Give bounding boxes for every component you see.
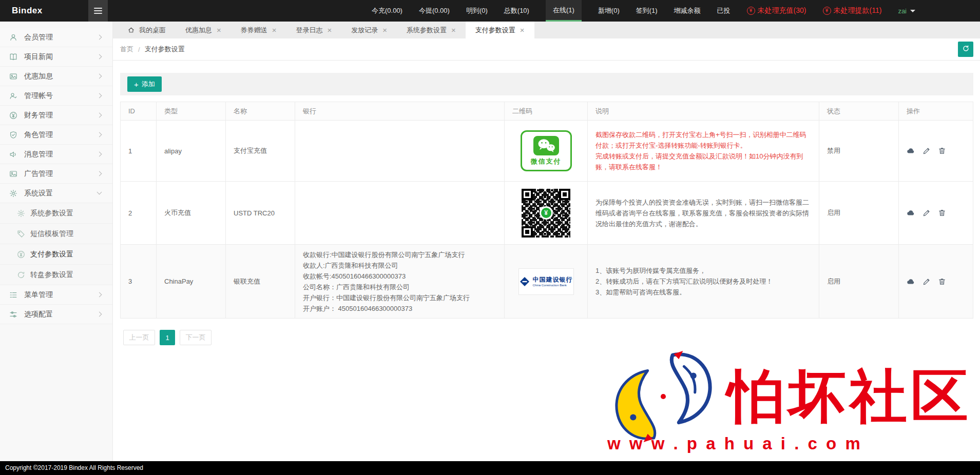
sidebar-item-finance[interactable]: 财务管理 xyxy=(0,106,112,125)
table-row: 2 火币充值 USTD TRC20 ¥ xyxy=(121,182,973,245)
image-icon xyxy=(9,170,17,178)
edit-icon[interactable] xyxy=(923,278,931,286)
tab-my-desktop[interactable]: 我的桌面 xyxy=(118,22,176,38)
list-icon xyxy=(9,291,17,299)
topnav-pending-recharge[interactable]: ¥ 未处理充值(30) xyxy=(747,0,806,22)
topnav-total[interactable]: 总数(10) xyxy=(504,0,529,22)
cell-actions xyxy=(899,245,973,319)
pending-withdraw-label: 未处理提款(11) xyxy=(834,6,882,15)
cell-type: 火币充值 xyxy=(157,182,226,245)
close-icon[interactable]: × xyxy=(520,26,525,34)
topnav-adjust-balance[interactable]: 增减余额 xyxy=(674,0,701,22)
topnav-today-withdraw[interactable]: 今提(0.00) xyxy=(419,0,450,22)
topnav-pending-withdraw[interactable]: ¥ 未处理提款(11) xyxy=(823,0,882,22)
sidebar-item-system-settings[interactable]: 系统设置 xyxy=(0,184,112,203)
edit-icon[interactable] xyxy=(923,147,931,155)
user-badge-icon xyxy=(9,92,17,100)
current-page-button[interactable]: 1 xyxy=(160,330,175,345)
yen-circle-icon: ¥ xyxy=(747,7,755,15)
wechat-pay-logo: 微信支付 xyxy=(521,130,572,171)
chevron-right-icon xyxy=(97,171,102,176)
sidebar-item-menu-mgmt[interactable]: 菜单管理 xyxy=(0,285,112,305)
add-button[interactable]: + 添加 xyxy=(127,76,162,92)
close-icon[interactable]: × xyxy=(328,26,332,34)
sidebar-item-messages[interactable]: 消息管理 xyxy=(0,145,112,164)
col-header-description: 说明 xyxy=(588,102,819,121)
sidebar-item-ads[interactable]: 广告管理 xyxy=(0,164,112,184)
sidebar-item-promotions[interactable]: 优惠加息 xyxy=(0,67,112,86)
cell-id: 1 xyxy=(121,121,157,182)
next-page-button[interactable]: 下一页 xyxy=(180,330,212,345)
hamburger-menu-button[interactable] xyxy=(88,0,108,22)
yen-circle-icon: ¥ xyxy=(540,206,553,220)
cell-type: ChinaPay xyxy=(157,245,226,319)
chevron-right-icon xyxy=(97,74,102,79)
cloud-icon[interactable] xyxy=(907,147,915,155)
close-icon[interactable]: × xyxy=(451,26,456,34)
edit-icon[interactable] xyxy=(923,209,931,217)
qr-code-image: ¥ xyxy=(522,189,570,237)
tab-promotions[interactable]: 优惠加息 × xyxy=(176,22,231,38)
pagination: 上一页 1 下一页 xyxy=(123,330,973,345)
tab-coupon-gift[interactable]: 券券赠送 × xyxy=(231,22,286,38)
yen-coin-icon xyxy=(17,250,25,259)
breadcrumb-current: 支付参数设置 xyxy=(145,45,185,54)
tab-login-log[interactable]: 登录日志 × xyxy=(286,22,342,38)
sidebar-item-members[interactable]: 会员管理 xyxy=(0,28,112,47)
chevron-down-icon xyxy=(97,190,102,195)
topnav-due-tomorrow[interactable]: 明到(0) xyxy=(466,0,488,22)
sliders-icon xyxy=(9,310,17,319)
sidebar-item-admin-accounts[interactable]: 管理帐号 xyxy=(0,86,112,106)
cell-actions xyxy=(899,182,973,245)
top-header-bar: Bindex 今充(0.00) 今提(0.00) 明到(0) 总数(10) 在线… xyxy=(0,0,980,22)
delete-icon[interactable] xyxy=(938,147,946,155)
username: zai xyxy=(898,7,907,15)
refresh-icon xyxy=(962,45,970,54)
pending-recharge-label: 未处理充值(30) xyxy=(758,6,806,15)
tab-issue-records[interactable]: 发放记录 × xyxy=(341,22,397,38)
topnav-today-recharge[interactable]: 今充(0.00) xyxy=(372,0,402,22)
delete-icon[interactable] xyxy=(938,209,946,217)
topnav-new[interactable]: 新增(0) xyxy=(598,0,620,22)
wechat-pay-label: 微信支付 xyxy=(531,157,562,166)
col-header-id: ID xyxy=(121,102,157,121)
cell-description: 为保障每个投资人的投资资金准确无误，实时到账，请扫一扫微信客服二维码或者咨询平台… xyxy=(588,182,819,245)
col-header-type: 类型 xyxy=(157,102,226,121)
plus-icon: + xyxy=(134,81,139,88)
cloud-icon[interactable] xyxy=(907,278,915,286)
gear-icon xyxy=(9,189,17,197)
page-content: + 添加 ID 类型 名称 银行 二维码 说明 xyxy=(113,61,980,345)
prev-page-button[interactable]: 上一页 xyxy=(123,330,155,345)
sidebar-subitem-system-params[interactable]: 系统参数设置 xyxy=(0,203,112,224)
sidebar-subitem-payment-params[interactable]: 支付参数设置 xyxy=(0,244,112,265)
topnav-invested[interactable]: 已投 xyxy=(717,0,731,22)
brand-logo: Bindex xyxy=(0,0,88,22)
close-icon[interactable]: × xyxy=(217,26,221,34)
payment-config-table: ID 类型 名称 银行 二维码 说明 状态 操作 1 alipay xyxy=(120,102,973,319)
book-icon xyxy=(9,53,17,61)
sidebar-subitem-wheel-params[interactable]: 转盘参数设置 xyxy=(0,265,112,285)
close-icon[interactable]: × xyxy=(382,26,387,34)
sidebar-item-roles[interactable]: 角色管理 xyxy=(0,125,112,145)
chevron-right-icon xyxy=(97,152,102,157)
topnav-signin[interactable]: 签到(1) xyxy=(636,0,658,22)
user-menu[interactable]: zai xyxy=(898,0,915,22)
tab-payment-params[interactable]: 支付参数设置 × xyxy=(466,22,534,38)
table-header-row: ID 类型 名称 银行 二维码 说明 状态 操作 xyxy=(121,102,973,121)
topnav-online[interactable]: 在线(1) xyxy=(546,0,582,22)
chevron-right-icon xyxy=(97,54,102,60)
ccb-name-cn: 中国建设银行 xyxy=(533,276,573,283)
sidebar-subitem-sms-templates[interactable]: 短信模板管理 xyxy=(0,224,112,244)
close-icon[interactable]: × xyxy=(272,26,277,34)
speaker-icon xyxy=(9,150,17,159)
col-header-status: 状态 xyxy=(819,102,899,121)
tab-system-params[interactable]: 系统参数设置 × xyxy=(397,22,466,38)
breadcrumb-separator: / xyxy=(138,46,140,53)
refresh-button[interactable] xyxy=(958,42,973,57)
cell-type: alipay xyxy=(157,121,226,182)
cloud-icon[interactable] xyxy=(907,209,915,217)
sidebar-item-project-news[interactable]: 项目新闻 xyxy=(0,47,112,67)
delete-icon[interactable] xyxy=(938,278,946,286)
breadcrumb-home[interactable]: 首页 xyxy=(120,45,133,54)
sidebar-item-options-config[interactable]: 选项配置 xyxy=(0,305,112,324)
